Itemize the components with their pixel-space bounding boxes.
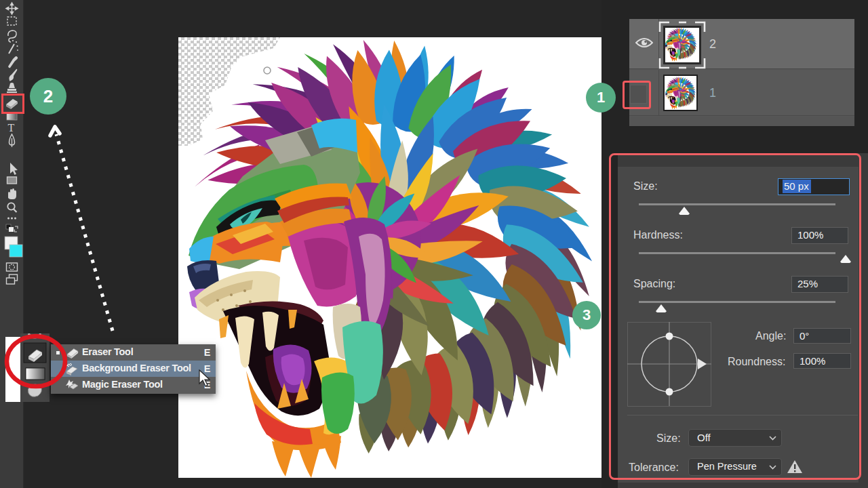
svg-text:T: T: [8, 122, 15, 134]
